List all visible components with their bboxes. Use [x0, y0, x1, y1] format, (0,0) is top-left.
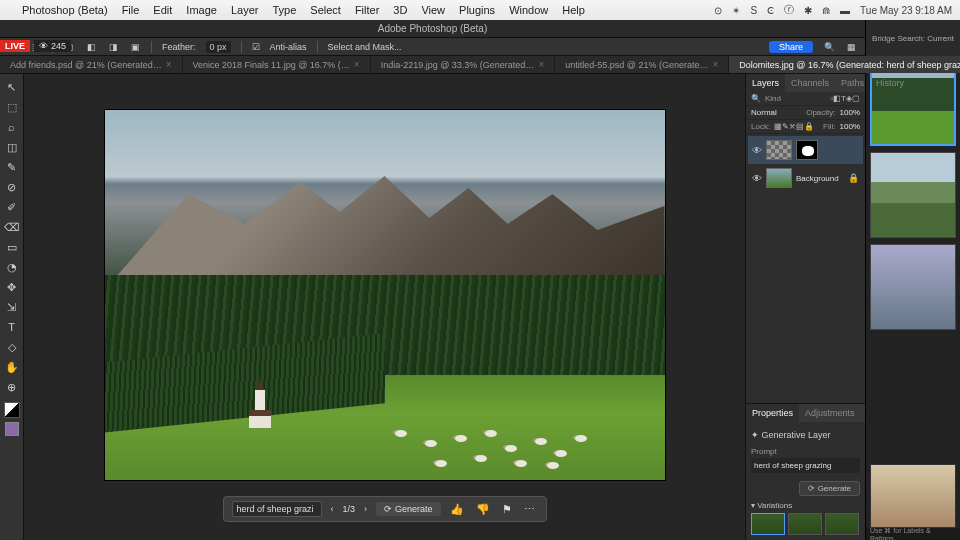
tab-history[interactable]: History: [870, 74, 910, 92]
menu-type[interactable]: Type: [272, 4, 296, 16]
bridge-thumbnail[interactable]: [870, 244, 956, 330]
layer-row-background[interactable]: 👁 Background 🔒: [748, 164, 863, 192]
next-variation-icon[interactable]: ›: [361, 504, 370, 514]
shape-tool[interactable]: ◇: [3, 338, 21, 356]
foreground-color[interactable]: [5, 422, 19, 436]
document-tab[interactable]: India-2219.jpg @ 33.3% (Generated…×: [371, 56, 556, 73]
healing-tool[interactable]: ⊘: [3, 178, 21, 196]
menu-layer[interactable]: Layer: [231, 4, 259, 16]
document-canvas[interactable]: [105, 110, 665, 480]
layer-name[interactable]: Background: [796, 174, 839, 183]
eraser-tool[interactable]: ⌫: [3, 218, 21, 236]
close-icon[interactable]: ×: [166, 59, 172, 70]
search-icon[interactable]: 🔍: [823, 41, 835, 53]
status-icon[interactable]: ✴: [732, 5, 740, 16]
filter-icons[interactable]: ▫◧T◈▢: [830, 94, 860, 103]
tab-paths[interactable]: Paths: [835, 74, 870, 92]
prev-variation-icon[interactable]: ‹: [327, 504, 336, 514]
more-icon[interactable]: ⋯: [521, 503, 538, 516]
menu-edit[interactable]: Edit: [153, 4, 172, 16]
zoom-tool[interactable]: ⊕: [3, 378, 21, 396]
bridge-thumbnail[interactable]: [870, 152, 956, 238]
kind-filter[interactable]: Kind: [765, 94, 781, 103]
tab-properties[interactable]: Properties: [746, 404, 799, 422]
document-tab[interactable]: Add friends.psd @ 21% (Generated…×: [0, 56, 183, 73]
close-icon[interactable]: ×: [538, 59, 544, 70]
intersect-selection-icon[interactable]: ▣: [129, 41, 141, 53]
layer-row-generative[interactable]: 👁: [748, 136, 863, 164]
menu-filter[interactable]: Filter: [355, 4, 379, 16]
battery-icon[interactable]: ▬: [840, 5, 850, 16]
menu-plugins[interactable]: Plugins: [459, 4, 495, 16]
select-and-mask-button[interactable]: Select and Mask...: [328, 42, 402, 52]
share-button[interactable]: Share: [769, 41, 813, 53]
antialias-checkbox[interactable]: ☑: [252, 42, 260, 52]
pen-tool[interactable]: ✥: [3, 278, 21, 296]
eyedropper-tool[interactable]: ✎: [3, 158, 21, 176]
subtract-selection-icon[interactable]: ◨: [107, 41, 119, 53]
gradient-tool[interactable]: ▭: [3, 238, 21, 256]
status-icon[interactable]: ✱: [804, 5, 812, 16]
search-icon[interactable]: 🔍: [751, 94, 761, 103]
type-tool[interactable]: T: [3, 318, 21, 336]
variation-thumbnail[interactable]: [751, 513, 785, 535]
menu-help[interactable]: Help: [562, 4, 585, 16]
brush-tool[interactable]: ✐: [3, 198, 21, 216]
variation-thumbnail[interactable]: [825, 513, 859, 535]
document-tab-active[interactable]: Dolomites.jpg @ 16.7% (Generated: herd o…: [729, 56, 960, 73]
close-icon[interactable]: ×: [354, 59, 360, 70]
layer-thumbnail[interactable]: [766, 140, 792, 160]
visibility-icon[interactable]: 👁: [752, 145, 762, 156]
menu-3d[interactable]: 3D: [393, 4, 407, 16]
flag-icon[interactable]: ⚑: [499, 503, 515, 516]
menu-window[interactable]: Window: [509, 4, 548, 16]
webcam-overlay: [870, 464, 956, 528]
prompt-text[interactable]: herd of sheep grazing: [751, 458, 860, 473]
thumbs-down-icon[interactable]: 👎: [473, 503, 493, 516]
bridge-window: Bridge Search: Current Use ⌘ for Labels …: [865, 20, 960, 540]
tab-channels[interactable]: Channels: [785, 74, 835, 92]
genfill-prompt-input[interactable]: [231, 501, 321, 517]
thumbs-up-icon[interactable]: 👍: [447, 503, 467, 516]
document-tab[interactable]: untitled-55.psd @ 21% (Generate…×: [555, 56, 729, 73]
generate-button[interactable]: ⟳ Generate: [376, 502, 441, 516]
blend-mode[interactable]: Normal: [751, 108, 777, 117]
menu-select[interactable]: Select: [310, 4, 341, 16]
hand-tool[interactable]: ✋: [3, 358, 21, 376]
menu-view[interactable]: View: [421, 4, 445, 16]
wifi-icon[interactable]: ⋒: [822, 5, 830, 16]
document-tab[interactable]: Venice 2018 Finals 11.jpg @ 16.7% (…×: [183, 56, 371, 73]
menu-image[interactable]: Image: [186, 4, 217, 16]
status-icon[interactable]: S: [750, 5, 757, 16]
status-icon[interactable]: Ͼ: [767, 5, 774, 16]
options-bar: ⌂ ⬚ ◻ ◧ ◨ ▣ Feather: 0 px ☑ Anti-alias S…: [0, 38, 865, 56]
feather-value[interactable]: 0 px: [206, 41, 231, 53]
move-tool[interactable]: ↖: [3, 78, 21, 96]
frame-tool[interactable]: ◫: [3, 138, 21, 156]
lock-icon[interactable]: 🔒: [848, 173, 859, 183]
menu-file[interactable]: File: [122, 4, 140, 16]
add-selection-icon[interactable]: ◧: [85, 41, 97, 53]
clock[interactable]: Tue May 23 9:18 AM: [860, 5, 952, 16]
close-icon[interactable]: ×: [712, 59, 718, 70]
path-tool[interactable]: ⇲: [3, 298, 21, 316]
workspace-icon[interactable]: ▦: [845, 41, 857, 53]
fill-value[interactable]: 100%: [840, 122, 860, 131]
marquee-tool[interactable]: ⬚: [3, 98, 21, 116]
tab-adjustments[interactable]: Adjustments: [799, 404, 861, 422]
status-icon[interactable]: ⓡ: [784, 3, 794, 17]
status-icon[interactable]: ⊙: [714, 5, 722, 16]
variations-label[interactable]: Variations: [757, 501, 792, 510]
layer-mask[interactable]: [796, 140, 818, 160]
lasso-tool[interactable]: ⌕: [3, 118, 21, 136]
color-swatch[interactable]: [4, 402, 20, 418]
lock-icons[interactable]: ▦✎⤧▤🔒: [774, 122, 814, 131]
app-name[interactable]: Photoshop (Beta): [22, 4, 108, 16]
tab-layers[interactable]: Layers: [746, 74, 785, 92]
opacity-value[interactable]: 100%: [840, 108, 860, 117]
variation-thumbnail[interactable]: [788, 513, 822, 535]
dodge-tool[interactable]: ◔: [3, 258, 21, 276]
properties-generate-button[interactable]: ⟳ Generate: [799, 481, 860, 496]
layer-thumbnail[interactable]: [766, 168, 792, 188]
visibility-icon[interactable]: 👁: [752, 173, 762, 184]
